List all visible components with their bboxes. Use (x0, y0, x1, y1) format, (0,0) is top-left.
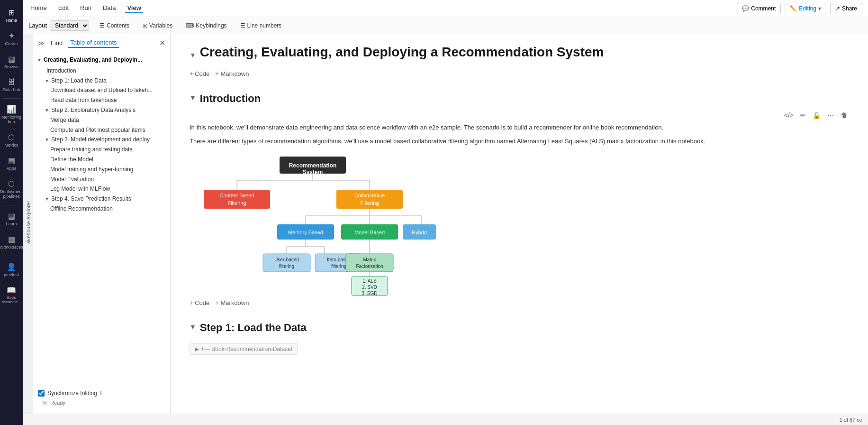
list-item[interactable]: Read data from lakehouse (37, 95, 166, 105)
add-markdown-button-1[interactable]: + Markdown (215, 70, 249, 77)
contents-button[interactable]: ☰ Contents (97, 21, 132, 30)
diagram-collab-label2: Filtering (360, 200, 379, 206)
sync-folding-control: Synchronize folding ℹ (38, 390, 165, 397)
intro-text-1: In this notebook, we'll demonstrate data… (190, 123, 849, 133)
list-item[interactable]: Offline Recommendation (37, 204, 166, 214)
lock-icon[interactable]: 🔒 (811, 111, 823, 120)
list-item[interactable]: Prepare training and testing data (37, 145, 166, 155)
step1-section-row: ▼ Step 1: Load the Data (190, 314, 849, 340)
browse-icon: ▦ (8, 55, 15, 64)
sidebar-item-monitoring[interactable]: 📊 Monitoring hub (0, 101, 23, 128)
diagram-modelbased-label: Model Based (354, 230, 385, 235)
list-item[interactable]: Compute and Plot most popular items (37, 125, 166, 135)
diagram-als-label2: 2. SVD (362, 285, 377, 290)
list-item[interactable]: ▼ Step 1: Load the Data (37, 76, 166, 86)
comment-button[interactable]: 💬 Comment (737, 3, 781, 14)
status-bar: ◎ Ready (38, 397, 165, 409)
apps-icon: ▦ (8, 156, 15, 165)
add-cell-bar-1: + Code + Markdown (190, 70, 849, 77)
toc-collapse-s2-icon: ▼ (45, 107, 49, 114)
status-icon: ◎ (43, 399, 47, 406)
layout-dropdown[interactable]: Standard Wide (50, 20, 89, 31)
add-markdown-button-2[interactable]: + Markdown (215, 299, 249, 306)
diagram-content-label2: Filtering (227, 200, 246, 206)
toolbar: Layout Standard Wide ☰ Contents ◎ Variab… (23, 17, 868, 34)
list-item[interactable]: Merge data (37, 115, 166, 125)
keybindings-button[interactable]: ⌨ Keybindings (183, 21, 229, 30)
sidebar-item-metrics[interactable]: ⬡ Metrics (0, 129, 23, 151)
book-icon: 📖 (7, 286, 16, 295)
list-item[interactable]: Define the Model (37, 155, 166, 165)
intro-collapse-button[interactable]: ▼ (190, 94, 196, 102)
workspaces-icon: ▦ (8, 235, 15, 244)
toc-tab[interactable]: Table of contents (68, 38, 118, 48)
find-tab[interactable]: Find (49, 38, 64, 47)
sidebar-item-apps[interactable]: ▦ Apps (0, 152, 23, 175)
intro-text-2: There are different types of recommendat… (190, 137, 849, 147)
datahub-icon: 🗄 (8, 78, 15, 86)
sidebar-item-create[interactable]: ✦ Create (0, 28, 23, 50)
nav-view[interactable]: View (125, 3, 143, 13)
edit-icon: ✏️ (790, 5, 797, 12)
diagram-userbased-rect (263, 254, 310, 272)
variables-button[interactable]: ◎ Variables (140, 21, 175, 30)
list-item[interactable]: Model training and hyper-tunning (37, 165, 166, 175)
share-button[interactable]: ↗ Share (830, 3, 862, 14)
list-item[interactable]: ▼ Step 3. Model development and deploy (37, 135, 166, 145)
diagram-userbased-label2: filtering (279, 264, 294, 269)
page-info: 1 of 67 ce (840, 417, 862, 423)
sync-folding-label: Synchronize folding (47, 390, 97, 397)
add-code-button-2[interactable]: + Code (190, 299, 209, 306)
diagram-root-label: Recommendation (289, 162, 337, 169)
code-view-icon[interactable]: </> (782, 111, 796, 120)
list-item[interactable]: Introduction (37, 66, 166, 76)
nav-separator-1 (2, 98, 20, 99)
sidebar-item-datahub[interactable]: 🗄 Data hub (0, 74, 23, 96)
create-icon: ✦ (9, 31, 15, 40)
editing-button[interactable]: ✏️ Editing ▾ (785, 3, 826, 14)
line-numbers-button[interactable]: ☰ Line numbers (237, 21, 285, 30)
sidebar-panel: ≫ Find Table of contents ✕ ▼ Creating, E… (33, 34, 171, 414)
nav-separator-2 (2, 205, 20, 205)
nav-data[interactable]: Data (101, 3, 118, 13)
nav-run[interactable]: Run (78, 3, 93, 13)
add-code-button-1[interactable]: + Code (190, 70, 209, 77)
sidebar-item-deployment[interactable]: ⬡ Deployment pipelines (0, 176, 23, 203)
sidebar-item-user[interactable]: 👤 jenetest (0, 259, 23, 281)
diagram-collab-label1: Collaborative (354, 193, 385, 198)
toc-root-item[interactable]: ▼ Creating, Evaluating, and Deployin... (37, 55, 166, 66)
sidebar-item-workspaces[interactable]: ▦ Workspaces (0, 231, 23, 253)
contents-icon: ☰ (99, 22, 105, 29)
sidebar-item-book[interactable]: 📖 Book recomme... (0, 282, 23, 308)
title-collapse-button[interactable]: ▼ (190, 51, 196, 59)
sidebar-expand-button[interactable]: ≫ (38, 39, 45, 47)
diagram-matrix-rect (346, 254, 393, 272)
list-item[interactable]: Model Evaluation (37, 175, 166, 185)
info-icon[interactable]: ℹ (100, 390, 102, 397)
toc-collapse-sub-icon: ▼ (45, 78, 49, 84)
diagram-als-label3: 3. SGD (362, 291, 378, 296)
share-icon: ↗ (835, 5, 840, 12)
sidebar-item-browse[interactable]: ▦ Browse (0, 51, 23, 73)
step1-collapse-button[interactable]: ▼ (190, 323, 196, 331)
code-hint-icon: ▶ (195, 346, 199, 352)
list-item[interactable]: Log Model with MLFlow (37, 184, 166, 194)
sync-folding-checkbox[interactable] (38, 390, 45, 397)
nav-edit[interactable]: Edit (56, 3, 71, 13)
top-bar: Home Edit Run Data View 💬 Comment ✏️ Edi… (23, 0, 868, 17)
layout-selector: Layout Standard Wide (28, 20, 89, 31)
edit-icon[interactable]: ✏ (798, 111, 808, 120)
lakehouse-explorer-tab[interactable]: Lakehouse explorer (23, 34, 33, 414)
delete-icon[interactable]: 🗑 (839, 111, 849, 120)
nav-home[interactable]: Home (28, 3, 49, 13)
bottom-bar: 1 of 67 ce (23, 414, 868, 425)
user-icon: 👤 (7, 262, 16, 271)
comment-icon: 💬 (742, 5, 749, 12)
sidebar-close-button[interactable]: ✕ (159, 38, 165, 47)
list-item[interactable]: Download dataset and Upload to lakeh... (37, 85, 166, 95)
list-item[interactable]: ▼ Step 4. Save Prediction Results (37, 194, 166, 204)
sidebar-item-learn[interactable]: ▦ Learn (0, 208, 23, 230)
list-item[interactable]: ▼ Step 2. Exploratory Data Analysis (37, 105, 166, 115)
sidebar-item-home[interactable]: ⊞ Home (0, 4, 23, 27)
more-options-icon[interactable]: ⋯ (825, 111, 836, 120)
